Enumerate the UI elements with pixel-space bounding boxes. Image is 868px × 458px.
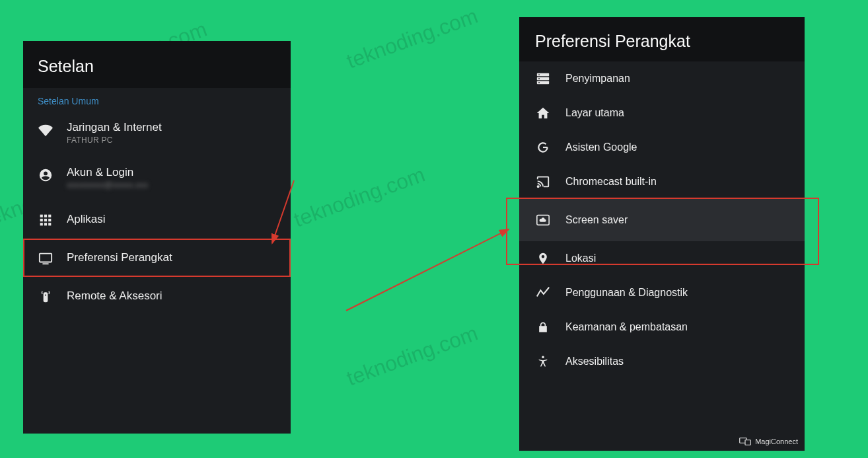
svg-rect-9 (40, 254, 52, 262)
menu-item-label: Screen saver (565, 214, 628, 226)
settings-panel-right: Preferensi Perangkat Penyimpanan Layar u… (519, 17, 805, 451)
svg-rect-6 (40, 223, 43, 225)
svg-rect-5 (48, 219, 51, 221)
left-panel-title: Setelan (23, 41, 291, 88)
menu-item-label: Keamanan & pembatasan (565, 321, 688, 333)
storage-icon (535, 71, 551, 87)
menu-item-storage[interactable]: Penyimpanan (519, 61, 805, 96)
menu-item-label: Remote & Aksesori (67, 289, 163, 303)
svg-point-19 (538, 186, 539, 187)
menu-item-usage[interactable]: Penggunaan & Diagnostik (519, 276, 805, 310)
menu-item-remote[interactable]: Remote & Aksesori (23, 277, 291, 315)
lock-icon (535, 319, 551, 335)
menu-item-label: Lokasi (565, 252, 596, 264)
svg-point-21 (542, 356, 544, 359)
right-panel-title: Preferensi Perangkat (519, 17, 805, 61)
svg-rect-23 (745, 440, 750, 445)
account-icon (38, 167, 54, 183)
apps-grid-icon (38, 212, 54, 228)
menu-item-label: Chromecast built-in (565, 176, 657, 188)
magiconnect-badge: MagiConnect (737, 436, 801, 447)
svg-rect-4 (44, 219, 47, 221)
location-pin-icon (535, 250, 551, 266)
svg-rect-2 (48, 215, 51, 217)
menu-item-label: Aksesibilitas (565, 356, 624, 367)
accessibility-icon (535, 354, 551, 369)
watermark-text: teknoding.com (344, 321, 481, 391)
menu-item-screensaver[interactable]: Screen saver (519, 199, 805, 241)
home-icon (535, 105, 551, 121)
svg-point-16 (538, 74, 540, 75)
svg-rect-3 (40, 219, 43, 221)
settings-panel-left: Setelan Setelan Umum Jaringan & Internet… (23, 41, 291, 434)
svg-point-18 (538, 82, 540, 83)
screensaver-cloud-icon (535, 212, 551, 228)
svg-rect-0 (40, 215, 43, 217)
menu-item-label: Preferensi Perangkat (67, 251, 172, 264)
menu-item-accessibility[interactable]: Aksesibilitas (519, 344, 805, 379)
watermark-text: teknoding.com (344, 4, 481, 74)
menu-item-label: Aplikasi (67, 213, 106, 226)
menu-item-label: Jaringan & Internet (67, 121, 162, 134)
menu-item-home[interactable]: Layar utama (519, 96, 805, 130)
svg-point-17 (538, 78, 540, 79)
menu-item-account[interactable]: Akun & Login xxxxxxxxx@xxxxx.xxx (23, 155, 291, 200)
wifi-icon (38, 122, 54, 138)
menu-item-sublabel: FATHUR PC (67, 135, 162, 145)
menu-item-location[interactable]: Lokasi (519, 241, 805, 276)
menu-item-label: Akun & Login (67, 166, 148, 179)
menu-item-network[interactable]: Jaringan & Internet FATHUR PC (23, 110, 291, 155)
google-g-icon (535, 139, 551, 155)
svg-rect-8 (48, 223, 51, 225)
remote-icon (38, 289, 54, 305)
menu-item-label: Layar utama (565, 107, 624, 119)
menu-item-device-preferences[interactable]: Preferensi Perangkat (23, 239, 291, 277)
menu-item-label: Penggunaan & Diagnostik (565, 287, 688, 299)
menu-item-label: Asisten Google (565, 141, 637, 153)
tv-monitor-icon (38, 250, 54, 266)
svg-rect-7 (44, 223, 47, 225)
arrow-to-screensaver (346, 229, 509, 311)
timeline-icon (535, 285, 551, 301)
menu-item-security[interactable]: Keamanan & pembatasan (519, 310, 805, 344)
menu-item-assistant[interactable]: Asisten Google (519, 130, 805, 165)
cast-icon (535, 174, 551, 190)
svg-point-12 (45, 294, 46, 295)
menu-item-apps[interactable]: Aplikasi (23, 200, 291, 239)
svg-rect-1 (44, 215, 47, 217)
menu-item-chromecast[interactable]: Chromecast built-in (519, 165, 805, 199)
watermark-text: teknoding.com (291, 163, 428, 233)
menu-item-sublabel-redacted: xxxxxxxxx@xxxxx.xxx (67, 180, 148, 190)
section-label-general: Setelan Umum (23, 88, 291, 110)
magiconnect-label: MagiConnect (755, 438, 798, 445)
svg-rect-11 (44, 292, 48, 302)
magiconnect-icon (739, 438, 751, 445)
menu-item-label: Penyimpanan (565, 73, 630, 85)
